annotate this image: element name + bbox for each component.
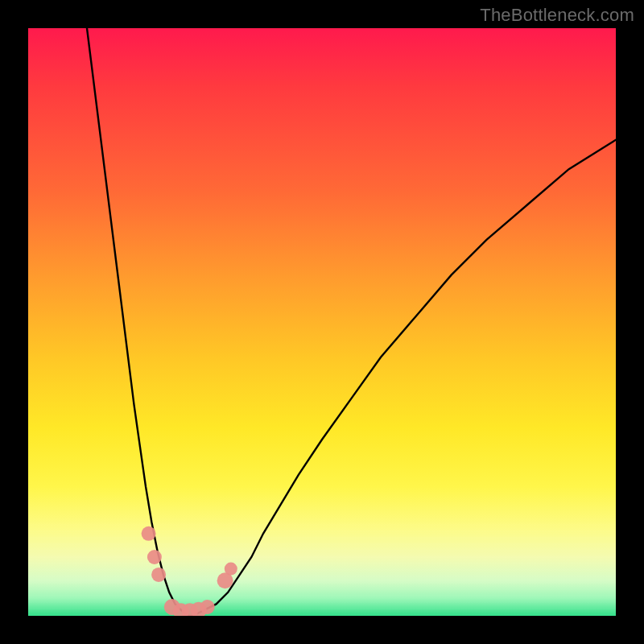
- left-cluster-point-2: [147, 550, 162, 564]
- bottleneck-curve: [87, 28, 616, 616]
- left-cluster-point-1: [142, 526, 156, 541]
- chart-overlay-svg: [28, 28, 616, 616]
- valley-point-5: [200, 600, 215, 614]
- plot-area: [28, 28, 616, 616]
- right-cluster-point-2: [225, 563, 237, 576]
- watermark-label: TheBottleneck.com: [480, 5, 634, 26]
- chart-frame: TheBottleneck.com: [0, 0, 644, 644]
- left-cluster-point-3: [151, 568, 166, 582]
